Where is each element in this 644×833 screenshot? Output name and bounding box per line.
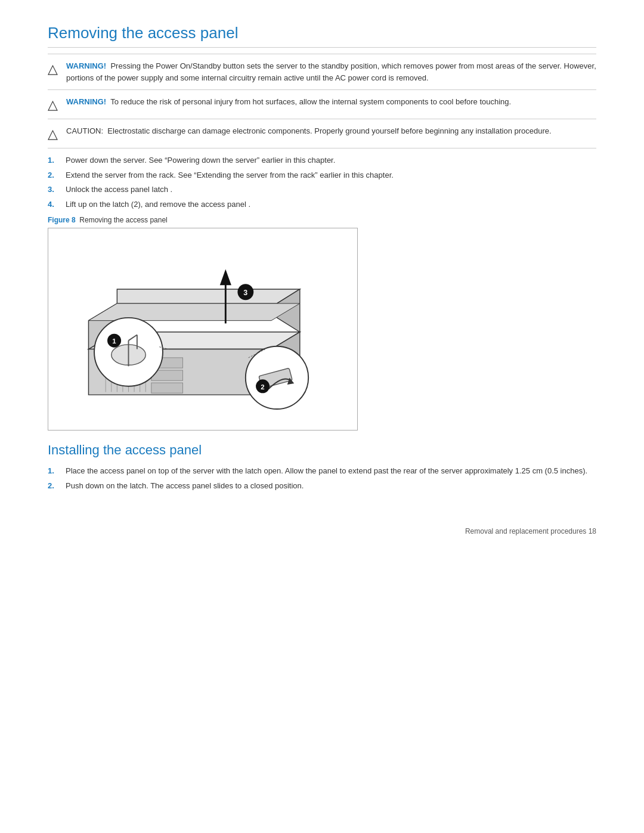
step-num-3: 3. — [48, 184, 61, 196]
diagram-svg: 3 1 2 — [54, 234, 351, 424]
svg-marker-3 — [117, 289, 299, 304]
install-step-text-1: Place the access panel on top of the ser… — [66, 465, 587, 477]
remove-step-1: 1. Power down the server. See “Powering … — [48, 154, 596, 166]
warning-label-1: WARNING! — [66, 61, 106, 70]
step-text-2: Extend the server from the rack. See “Ex… — [66, 169, 394, 181]
warning-text-2: WARNING! To reduce the risk of personal … — [66, 96, 596, 108]
step-num-4: 4. — [48, 199, 61, 210]
install-step-2: 2. Push down on the latch. The access pa… — [48, 480, 596, 492]
caution-block: △ CAUTION: Electrostatic discharge can d… — [48, 119, 596, 148]
install-step-text-2: Push down on the latch. The access panel… — [66, 480, 304, 492]
figure-caption-text: Removing the access panel — [79, 216, 167, 224]
caution-text: CAUTION: Electrostatic discharge can dam… — [66, 125, 596, 137]
section2-title: Installing the access panel — [48, 442, 596, 458]
step-text-4: Lift up on the latch (2), and remove the… — [66, 199, 250, 210]
remove-step-2: 2. Extend the server from the rack. See … — [48, 169, 596, 181]
svg-marker-6 — [88, 304, 299, 321]
svg-text:3: 3 — [243, 289, 247, 297]
warning-body-1: Pressing the Power On/Standby button set… — [66, 61, 596, 82]
install-steps-list: 1. Place the access panel on top of the … — [48, 465, 596, 491]
warning-text-1: WARNING! Pressing the Power On/Standby b… — [66, 60, 596, 83]
figure-label: Figure 8 — [48, 216, 76, 224]
warning-block-1: △ WARNING! Pressing the Power On/Standby… — [48, 54, 596, 90]
page-title: Removing the access panel — [48, 24, 596, 48]
caution-body: Electrostatic discharge can damage elect… — [107, 126, 551, 135]
install-step-num-2: 2. — [48, 480, 61, 492]
warning-block-2: △ WARNING! To reduce the risk of persona… — [48, 90, 596, 119]
step-num-1: 1. — [48, 154, 61, 166]
caution-label: CAUTION: — [66, 126, 103, 135]
footer-text: Removal and replacement procedures 18 — [465, 527, 596, 535]
step-text-1: Power down the server. See “Powering dow… — [66, 154, 335, 166]
remove-step-4: 4. Lift up on the latch (2), and remove … — [48, 199, 596, 210]
svg-marker-21 — [220, 269, 231, 285]
caution-icon: △ — [48, 126, 58, 142]
page-footer: Removal and replacement procedures 18 — [48, 527, 596, 535]
warning-icon-1: △ — [48, 61, 58, 77]
step-num-2: 2. — [48, 169, 61, 181]
warning-label-2: WARNING! — [66, 97, 106, 106]
remove-step-3: 3. Unlock the access panel latch . — [48, 184, 596, 196]
step-text-3: Unlock the access panel latch . — [66, 184, 172, 196]
remove-steps-list: 1. Power down the server. See “Powering … — [48, 154, 596, 210]
svg-text:1: 1 — [112, 337, 116, 345]
install-step-num-1: 1. — [48, 465, 61, 477]
warning-icon-2: △ — [48, 97, 58, 113]
svg-text:2: 2 — [261, 383, 264, 391]
warning-body-2: To reduce the risk of personal injury fr… — [110, 97, 511, 106]
figure-container: 3 1 2 — [48, 228, 358, 431]
figure-caption: Figure 8 Removing the access panel — [48, 216, 596, 224]
svg-rect-17 — [151, 383, 183, 393]
install-step-1: 1. Place the access panel on top of the … — [48, 465, 596, 477]
